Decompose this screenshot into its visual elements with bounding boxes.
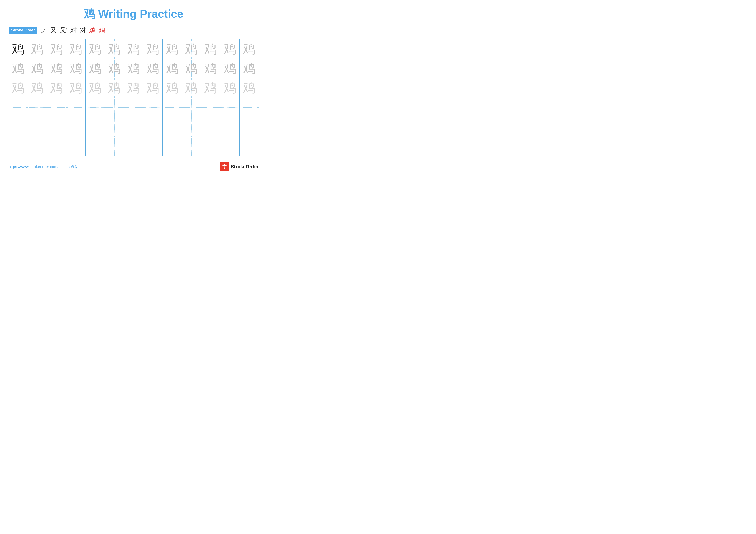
- grid-cell-4-6[interactable]: [105, 98, 124, 117]
- grid-cell-2-7[interactable]: 鸡: [124, 59, 143, 78]
- grid-cell-5-1[interactable]: [9, 117, 28, 136]
- grid-cell-1-5[interactable]: 鸡: [86, 39, 105, 59]
- grid-cell-6-1[interactable]: [9, 137, 28, 156]
- grid-cell-6-11[interactable]: [201, 137, 220, 156]
- grid-cell-4-8[interactable]: [143, 98, 162, 117]
- grid-row-2: 鸡 鸡 鸡 鸡 鸡 鸡 鸡 鸡 鸡 鸡 鸡 鸡 鸡: [9, 59, 258, 78]
- grid-cell-3-10[interactable]: 鸡: [182, 78, 201, 98]
- grid-cell-6-2[interactable]: [28, 137, 47, 156]
- grid-cell-4-7[interactable]: [124, 98, 143, 117]
- grid-cell-4-1[interactable]: [9, 98, 28, 117]
- grid-cell-6-3[interactable]: [47, 137, 67, 156]
- stroke-step-3: 又': [60, 26, 67, 35]
- grid-cell-6-10[interactable]: [182, 137, 201, 156]
- grid-cell-4-12[interactable]: [220, 98, 239, 117]
- footer-url[interactable]: https://www.strokeorder.com/chinese/鸡: [9, 164, 77, 169]
- grid-cell-2-1[interactable]: 鸡: [9, 59, 28, 78]
- grid-cell-4-10[interactable]: [182, 98, 201, 117]
- grid-cell-2-10[interactable]: 鸡: [182, 59, 201, 78]
- grid-cell-3-6[interactable]: 鸡: [105, 78, 124, 98]
- grid-cell-6-5[interactable]: [86, 137, 105, 156]
- grid-cell-6-4[interactable]: [67, 137, 86, 156]
- grid-cell-6-13[interactable]: [240, 137, 258, 156]
- grid-cell-4-9[interactable]: [163, 98, 182, 117]
- page-title: 鸡 Writing Practice: [9, 7, 258, 21]
- grid-cell-6-9[interactable]: [163, 137, 182, 156]
- stroke-step-1: ノ: [40, 26, 47, 35]
- grid-cell-4-2[interactable]: [28, 98, 47, 117]
- grid-cell-5-9[interactable]: [163, 117, 182, 136]
- grid-cell-6-8[interactable]: [143, 137, 162, 156]
- grid-cell-6-6[interactable]: [105, 137, 124, 156]
- grid-cell-2-8[interactable]: 鸡: [143, 59, 162, 78]
- grid-cell-5-4[interactable]: [67, 117, 86, 136]
- grid-cell-4-13[interactable]: [240, 98, 258, 117]
- grid-cell-2-9[interactable]: 鸡: [163, 59, 182, 78]
- grid-cell-3-5[interactable]: 鸡: [86, 78, 105, 98]
- practice-grid: 鸡 鸡 鸡 鸡 鸡 鸡 鸡 鸡 鸡 鸡 鸡 鸡 鸡 鸡 鸡 鸡 鸡 鸡 鸡 鸡 …: [9, 39, 258, 156]
- grid-cell-5-12[interactable]: [220, 117, 239, 136]
- grid-cell-1-12[interactable]: 鸡: [220, 39, 239, 59]
- char-dark: 鸡: [12, 43, 24, 55]
- grid-cell-1-2[interactable]: 鸡: [28, 39, 47, 59]
- grid-row-3: 鸡 鸡 鸡 鸡 鸡 鸡 鸡 鸡 鸡 鸡 鸡 鸡 鸡: [9, 78, 258, 98]
- grid-row-6: [9, 137, 258, 156]
- logo-text: StrokeOrder: [231, 164, 258, 169]
- grid-cell-1-11[interactable]: 鸡: [201, 39, 220, 59]
- grid-cell-6-7[interactable]: [124, 137, 143, 156]
- grid-cell-5-2[interactable]: [28, 117, 47, 136]
- grid-cell-1-3[interactable]: 鸡: [47, 39, 67, 59]
- grid-cell-1-7[interactable]: 鸡: [124, 39, 143, 59]
- grid-cell-1-1[interactable]: 鸡: [9, 39, 28, 59]
- grid-cell-1-4[interactable]: 鸡: [67, 39, 86, 59]
- stroke-step-7: 鸡: [99, 26, 105, 35]
- grid-cell-2-12[interactable]: 鸡: [220, 59, 239, 78]
- grid-cell-5-5[interactable]: [86, 117, 105, 136]
- grid-cell-3-3[interactable]: 鸡: [47, 78, 67, 98]
- grid-cell-5-7[interactable]: [124, 117, 143, 136]
- grid-cell-5-8[interactable]: [143, 117, 162, 136]
- grid-cell-2-6[interactable]: 鸡: [105, 59, 124, 78]
- grid-cell-2-4[interactable]: 鸡: [67, 59, 86, 78]
- grid-cell-5-3[interactable]: [47, 117, 67, 136]
- grid-cell-3-2[interactable]: 鸡: [28, 78, 47, 98]
- grid-cell-3-12[interactable]: 鸡: [220, 78, 239, 98]
- grid-cell-1-8[interactable]: 鸡: [143, 39, 162, 59]
- grid-cell-1-10[interactable]: 鸡: [182, 39, 201, 59]
- logo-icon: 字: [220, 162, 229, 171]
- grid-cell-3-4[interactable]: 鸡: [67, 78, 86, 98]
- grid-cell-1-6[interactable]: 鸡: [105, 39, 124, 59]
- grid-cell-5-11[interactable]: [201, 117, 220, 136]
- stroke-step-4: 对: [70, 26, 77, 35]
- grid-cell-3-13[interactable]: 鸡: [240, 78, 258, 98]
- grid-row-4: [9, 98, 258, 117]
- grid-cell-3-11[interactable]: 鸡: [201, 78, 220, 98]
- grid-cell-6-12[interactable]: [220, 137, 239, 156]
- grid-cell-2-5[interactable]: 鸡: [86, 59, 105, 78]
- grid-cell-1-13[interactable]: 鸡: [240, 39, 258, 59]
- grid-cell-2-11[interactable]: 鸡: [201, 59, 220, 78]
- grid-cell-5-10[interactable]: [182, 117, 201, 136]
- footer: https://www.strokeorder.com/chinese/鸡 字 …: [9, 162, 258, 171]
- grid-cell-3-8[interactable]: 鸡: [143, 78, 162, 98]
- grid-cell-5-6[interactable]: [105, 117, 124, 136]
- grid-cell-4-4[interactable]: [67, 98, 86, 117]
- grid-cell-4-11[interactable]: [201, 98, 220, 117]
- stroke-step-5: 对: [80, 26, 86, 35]
- grid-cell-2-13[interactable]: 鸡: [240, 59, 258, 78]
- grid-row-1: 鸡 鸡 鸡 鸡 鸡 鸡 鸡 鸡 鸡 鸡 鸡 鸡 鸡: [9, 39, 258, 59]
- grid-cell-4-3[interactable]: [47, 98, 67, 117]
- grid-cell-2-3[interactable]: 鸡: [47, 59, 67, 78]
- grid-cell-3-9[interactable]: 鸡: [163, 78, 182, 98]
- stroke-step-2: 又: [50, 26, 57, 35]
- grid-cell-2-2[interactable]: 鸡: [28, 59, 47, 78]
- footer-logo: 字 StrokeOrder: [220, 162, 258, 171]
- grid-cell-1-9[interactable]: 鸡: [163, 39, 182, 59]
- stroke-step-6: 鸡: [89, 26, 96, 35]
- grid-row-5: [9, 117, 258, 137]
- grid-cell-3-1[interactable]: 鸡: [9, 78, 28, 98]
- grid-cell-3-7[interactable]: 鸡: [124, 78, 143, 98]
- grid-cell-4-5[interactable]: [86, 98, 105, 117]
- stroke-order-row: Stroke Order ノ 又 又' 对 对 鸡 鸡: [9, 26, 258, 35]
- grid-cell-5-13[interactable]: [240, 117, 258, 136]
